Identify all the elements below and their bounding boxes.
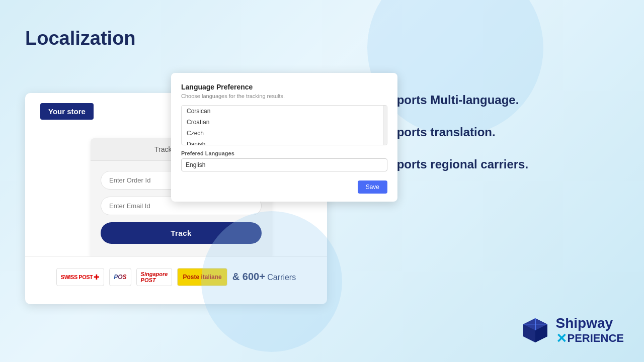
carriers-strip: SWISS POST ✚ POS SingaporePOST Poste ita…: [25, 256, 327, 297]
feature-item-2: › Supports translation.: [362, 125, 619, 139]
lang-item-corsican[interactable]: Corsican: [182, 106, 387, 117]
save-button[interactable]: Save: [358, 180, 387, 194]
preferred-language-select[interactable]: English: [181, 158, 387, 171]
lang-item-croatian[interactable]: Croatian: [182, 117, 387, 128]
lang-list-scrollbar[interactable]: [383, 106, 387, 145]
feature-item-1: › Supports Multi-language.: [362, 93, 619, 107]
lang-item-danish[interactable]: Danish: [182, 139, 387, 145]
x-letter: ✕: [556, 331, 567, 346]
preferred-languages-label: Prefered Languages: [181, 150, 387, 156]
language-preference-panel: Language Preference Choose languages for…: [171, 73, 397, 202]
language-list[interactable]: Corsican Croatian Czech Danish Dutch Eng…: [181, 105, 387, 145]
more-carriers-text: & 600+ Carriers: [232, 271, 296, 283]
lang-item-czech[interactable]: Czech: [182, 128, 387, 139]
pos-malaysia-logo: POS: [109, 268, 131, 286]
page-title: Localization: [25, 28, 136, 49]
lang-panel-subtitle: Choose languages for the tracking result…: [181, 93, 387, 99]
shipway-xperience: ✕ PERIENCE: [556, 331, 624, 346]
lang-panel-title: Language Preference: [181, 83, 387, 91]
poste-italiane-logo: Poste italiane: [177, 268, 227, 286]
shipway-text: Shipway ✕ PERIENCE: [556, 316, 624, 345]
features-panel: › Supports Multi-language. › Supports tr…: [362, 93, 619, 190]
shipway-logo: Shipway ✕ PERIENCE: [519, 314, 624, 347]
shipway-icon: [519, 314, 552, 347]
track-button[interactable]: Track: [101, 222, 262, 244]
feature-item-3: › Supports regional carriers.: [362, 157, 619, 171]
shipway-brand-name: Shipway: [556, 316, 624, 331]
swiss-post-logo: SWISS POST ✚: [56, 268, 104, 286]
store-badge: Your store: [40, 103, 94, 120]
singapore-post-logo: SingaporePOST: [136, 268, 173, 286]
